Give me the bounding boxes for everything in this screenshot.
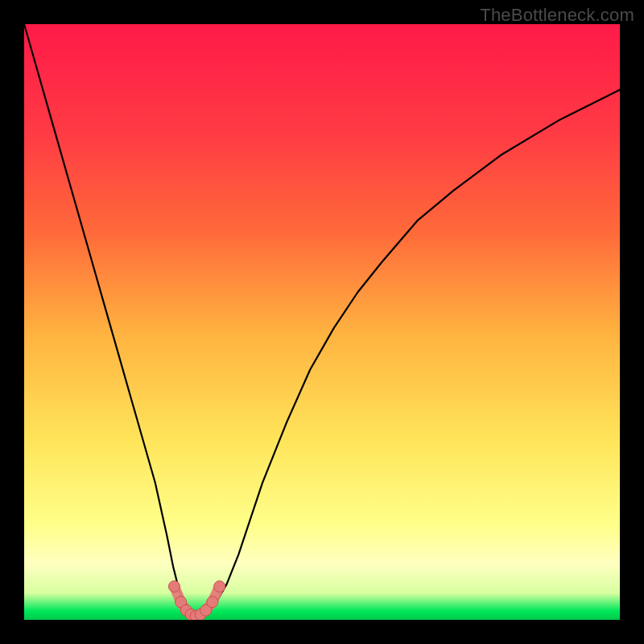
valley-dot [207, 597, 218, 608]
valley-dot [168, 581, 180, 592]
watermark-text: TheBottleneck.com [480, 5, 634, 26]
chart-area [24, 24, 620, 620]
chart-svg [24, 24, 620, 620]
gradient-bg [24, 24, 620, 620]
valley-dot [214, 581, 225, 592]
